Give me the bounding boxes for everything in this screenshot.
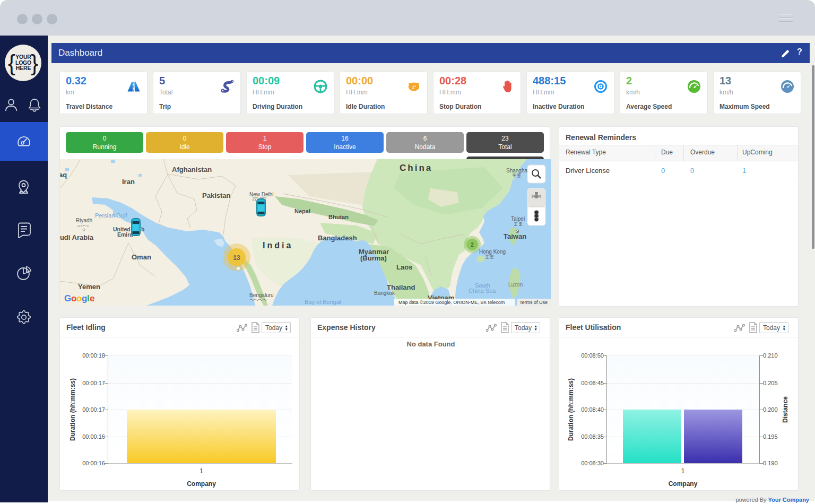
svg-text:China Sea: China Sea: [469, 288, 496, 294]
svg-text:Saudi Arabia: Saudi Arabia: [60, 233, 94, 241]
svg-text:Yemen: Yemen: [78, 283, 100, 291]
svg-text:Bhutan: Bhutan: [328, 214, 349, 220]
svg-text:Taiwan: Taiwan: [504, 232, 526, 240]
svg-text:b: b: [141, 226, 144, 232]
svg-text:Riyadh: Riyadh: [76, 218, 92, 223]
svg-text:z²: z²: [412, 85, 416, 90]
svg-text:Persian Gulf: Persian Gulf: [95, 212, 127, 219]
svg-text:Bengaluru: Bengaluru: [249, 292, 274, 298]
svg-text:Nepal: Nepal: [294, 208, 310, 214]
svg-text:Laos: Laos: [396, 263, 412, 271]
svg-text:(Burma): (Burma): [360, 254, 387, 262]
svg-text:e: e: [90, 293, 94, 303]
svg-text:Pakistan: Pakistan: [202, 192, 231, 199]
svg-text:o: o: [76, 293, 82, 303]
svg-text:{: {: [8, 50, 15, 75]
svg-text:}: }: [31, 50, 38, 75]
svg-text:Bay of Bengal: Bay of Bengal: [305, 299, 341, 305]
svg-text:2: 2: [471, 242, 474, 248]
svg-text:Map data ©2019 Google, ORION-M: Map data ©2019 Google, ORION-ME, SK tele…: [398, 300, 505, 305]
svg-text:13: 13: [233, 254, 240, 262]
svg-text:g: g: [82, 293, 87, 303]
svg-text:Shangha: Shangha: [506, 168, 527, 173]
svg-text:Bangkok: Bangkok: [374, 290, 395, 296]
svg-text:India: India: [263, 241, 293, 250]
svg-text:New Delhi: New Delhi: [249, 192, 274, 197]
svg-text:Luzon: Luzon: [508, 282, 523, 288]
svg-text:o: o: [71, 293, 76, 303]
svg-text:Terms of Use: Terms of Use: [519, 300, 548, 305]
svg-text:China: China: [400, 163, 432, 173]
svg-text:aq: aq: [60, 171, 67, 179]
svg-text:Emira: Emira: [117, 231, 133, 238]
svg-text:Bangladesh: Bangladesh: [318, 234, 357, 242]
svg-text:Iran: Iran: [122, 178, 135, 186]
svg-text:Afghanistan: Afghanistan: [172, 166, 212, 173]
svg-text:G: G: [64, 293, 71, 303]
svg-text:Taipei: Taipei: [511, 216, 525, 222]
svg-text:HERE: HERE: [16, 65, 31, 71]
svg-text:Oman: Oman: [132, 253, 151, 261]
svg-text:Hong Kong: Hong Kong: [479, 249, 506, 255]
